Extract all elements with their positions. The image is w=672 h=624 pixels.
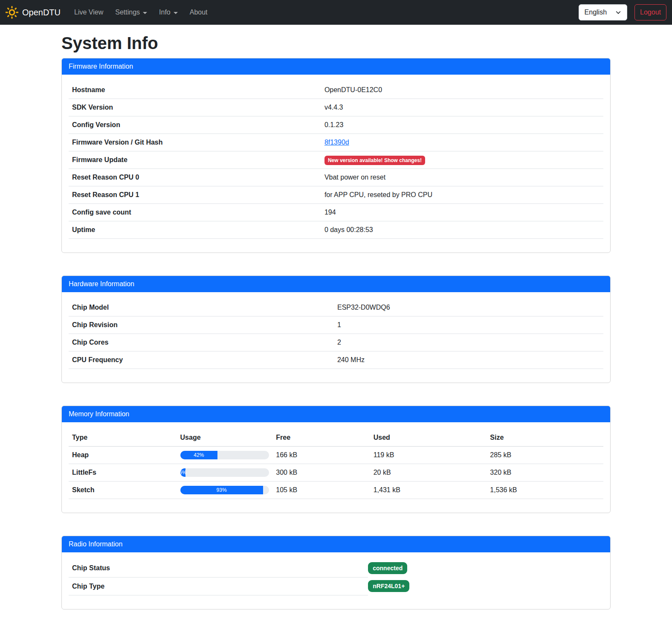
row-value: 285 kB	[487, 447, 603, 464]
sketch-usage-progress: 93%	[180, 486, 269, 494]
table-row: Chip Model ESP32-D0WDQ6	[69, 299, 603, 316]
brand-link[interactable]: OpenDTU	[6, 6, 61, 19]
row-label: Reset Reason CPU 0	[69, 169, 321, 186]
table-header-row: Type Usage Free Used Size	[69, 429, 603, 447]
card-header: Firmware Information	[62, 58, 610, 75]
table-row: Uptime 0 days 00:28:53	[69, 221, 603, 239]
chevron-down-icon	[174, 12, 178, 14]
column-header: Type	[69, 429, 177, 447]
row-value: 105 kB	[272, 482, 370, 499]
row-label: Firmware Update	[69, 151, 321, 169]
row-label: Chip Status	[69, 559, 368, 577]
logout-button[interactable]: Logout	[634, 4, 666, 20]
table-row: Chip Type nRF24L01+	[69, 577, 603, 595]
row-value: 194	[321, 204, 603, 221]
row-value: New version available! Show changes!	[321, 151, 603, 169]
nav-item-info[interactable]: Info	[153, 5, 184, 20]
git-hash-link[interactable]: 8f1390d	[324, 139, 349, 146]
brand-label: OpenDTU	[22, 8, 61, 17]
memory-information-card: Memory Information Type Usage Free Used …	[61, 406, 611, 513]
table-row: Chip Status connected	[69, 559, 603, 577]
nav-item-about[interactable]: About	[184, 5, 214, 20]
row-label: Heap	[69, 447, 177, 464]
row-label: Chip Revision	[69, 316, 334, 334]
row-value: Vbat power on reset	[321, 169, 603, 186]
littlefs-usage-progress: 6%	[180, 468, 269, 477]
memory-table: Type Usage Free Used Size Heap 42%	[69, 429, 603, 499]
row-label: LittleFs	[69, 464, 177, 482]
table-row: Heap 42% 166 kB 119 kB 285 kB	[69, 447, 603, 464]
row-value: 1,536 kB	[487, 482, 603, 499]
hardware-information-card: Hardware Information Chip Model ESP32-D0…	[61, 276, 611, 383]
row-value: 119 kB	[370, 447, 487, 464]
column-header: Usage	[177, 429, 273, 447]
table-row: SDK Version v4.4.3	[69, 99, 603, 116]
progress-bar-fill: 6%	[180, 468, 186, 477]
row-label: Chip Cores	[69, 334, 334, 351]
language-selected-value: English	[585, 9, 607, 16]
row-value: 300 kB	[272, 464, 370, 482]
row-value: v4.4.3	[321, 99, 603, 116]
table-row: Firmware Version / Git Hash 8f1390d	[69, 134, 603, 151]
chip-status-badge: connected	[368, 562, 407, 574]
row-value: 20 kB	[370, 464, 487, 482]
table-row: Hostname OpenDTU-0E12C0	[69, 81, 603, 99]
card-header: Radio Information	[62, 536, 610, 552]
row-label: Uptime	[69, 221, 321, 239]
row-label: Config Version	[69, 116, 321, 134]
navbar-right: English Logout	[579, 4, 666, 20]
row-label: Config save count	[69, 204, 321, 221]
nav-links: Live View Settings Info About	[68, 5, 214, 20]
table-row: Reset Reason CPU 1 for APP CPU, reseted …	[69, 186, 603, 204]
row-value: OpenDTU-0E12C0	[321, 81, 603, 99]
progress-bar-fill: 42%	[180, 451, 218, 459]
table-row: Chip Cores 2	[69, 334, 603, 351]
row-value: 166 kB	[272, 447, 370, 464]
row-label: Chip Type	[69, 577, 368, 595]
table-row: Reset Reason CPU 0 Vbat power on reset	[69, 169, 603, 186]
chip-type-badge: nRF24L01+	[368, 580, 409, 592]
table-row: Chip Revision 1	[69, 316, 603, 334]
row-value: ESP32-D0WDQ6	[334, 299, 603, 316]
row-label: Chip Model	[69, 299, 334, 316]
language-select[interactable]: English	[579, 4, 627, 20]
table-row: CPU Frequency 240 MHz	[69, 351, 603, 369]
row-value: 1	[334, 316, 603, 334]
sun-icon	[6, 6, 18, 19]
table-row: Config save count 194	[69, 204, 603, 221]
firmware-update-badge[interactable]: New version available! Show changes!	[324, 156, 425, 165]
table-row: LittleFs 6% 300 kB 20 kB 320 kB	[69, 464, 603, 482]
navbar: OpenDTU Live View Settings Info About En…	[0, 0, 672, 25]
nav-item-settings[interactable]: Settings	[109, 5, 153, 20]
column-header: Free	[272, 429, 370, 447]
row-label: Firmware Version / Git Hash	[69, 134, 321, 151]
column-header: Size	[487, 429, 603, 447]
card-header: Memory Information	[62, 406, 610, 422]
firmware-information-card: Firmware Information Hostname OpenDTU-0E…	[61, 58, 611, 253]
radio-table: Chip Status connected Chip Type nRF24L01…	[69, 559, 603, 595]
row-value: 8f1390d	[321, 134, 603, 151]
table-row: Firmware Update New version available! S…	[69, 151, 603, 169]
hardware-table: Chip Model ESP32-D0WDQ6 Chip Revision 1 …	[69, 299, 603, 369]
row-value: 240 MHz	[334, 351, 603, 369]
row-value: 2	[334, 334, 603, 351]
nav-item-live-view[interactable]: Live View	[68, 5, 109, 20]
main-content: System Info Firmware Information Hostnam…	[61, 34, 611, 609]
row-label: SDK Version	[69, 99, 321, 116]
card-header: Hardware Information	[62, 276, 610, 292]
row-label: CPU Frequency	[69, 351, 334, 369]
column-header: Used	[370, 429, 487, 447]
heap-usage-progress: 42%	[180, 451, 269, 459]
row-label: Reset Reason CPU 1	[69, 186, 321, 204]
row-label: Hostname	[69, 81, 321, 99]
firmware-table: Hostname OpenDTU-0E12C0 SDK Version v4.4…	[69, 81, 603, 239]
row-value: 0.1.23	[321, 116, 603, 134]
row-value: 1,431 kB	[370, 482, 487, 499]
page-title: System Info	[61, 34, 611, 53]
row-value: 320 kB	[487, 464, 603, 482]
table-row: Sketch 93% 105 kB 1,431 kB 1,536 kB	[69, 482, 603, 499]
row-value: for APP CPU, reseted by PRO CPU	[321, 186, 603, 204]
progress-bar-fill: 93%	[180, 486, 263, 494]
row-label: Sketch	[69, 482, 177, 499]
table-row: Config Version 0.1.23	[69, 116, 603, 134]
